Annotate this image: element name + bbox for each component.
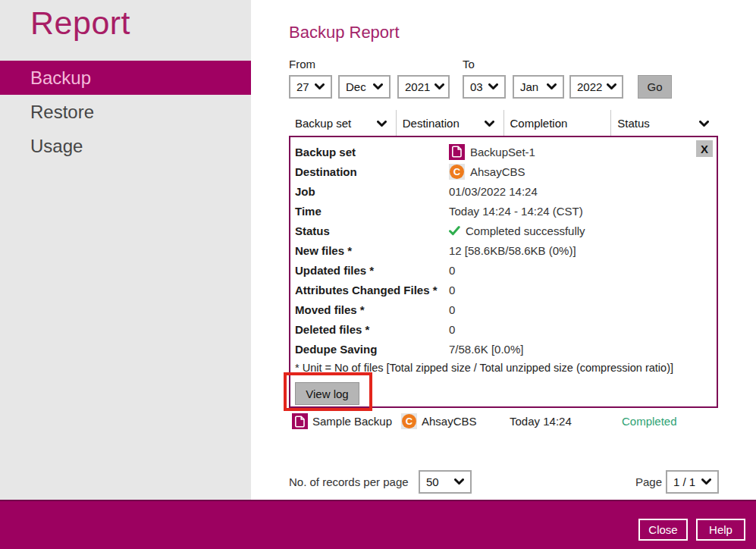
- to-year-select[interactable]: 2022: [569, 75, 623, 99]
- from-day-value: 27: [296, 80, 309, 93]
- sidebar-item-label: Backup: [30, 67, 91, 89]
- detail-row-job: Job 01/03/2022 14:24: [290, 181, 717, 201]
- job-value: 01/03/2022 14:24: [449, 185, 538, 198]
- chevron-down-icon: [699, 117, 709, 130]
- filter-completion[interactable]: Completion: [504, 110, 612, 136]
- go-button[interactable]: Go: [638, 75, 672, 99]
- filter-label: Completion: [510, 117, 568, 130]
- ahsaycbs-icon: [449, 164, 465, 180]
- sidebar-item-usage[interactable]: Usage: [0, 129, 251, 163]
- chevron-down-icon: [373, 83, 383, 90]
- dedupe-saving-value: 7/58.6K [0.0%]: [449, 343, 523, 356]
- detail-label: Dedupe Saving: [290, 343, 449, 356]
- detail-row-destination: Destination AhsayCBS: [290, 162, 717, 181]
- sidebar-title: Report: [30, 5, 251, 42]
- sidebar-item-label: Restore: [30, 102, 94, 123]
- from-month-value: Dec: [346, 80, 366, 93]
- chevron-down-icon: [434, 83, 444, 90]
- sidebar-nav: Backup Restore Usage: [0, 61, 251, 163]
- detail-row-time: Time Today 14:24 - 14:24 (CST): [290, 201, 717, 221]
- from-label: From: [289, 58, 315, 71]
- records-per-page-select[interactable]: 50: [419, 470, 472, 494]
- destination-name: AhsayCBS: [470, 165, 525, 178]
- detail-label: Updated files *: [290, 264, 449, 277]
- ahsaycbs-icon: [401, 413, 417, 429]
- from-day-select[interactable]: 27: [289, 75, 332, 99]
- sidebar-item-label: Usage: [30, 136, 83, 157]
- row-destination: AhsayCBS: [422, 415, 477, 428]
- row-time: Today 14:24: [510, 415, 572, 428]
- report-window: Report Backup Restore Usage Backup Repor…: [0, 0, 756, 549]
- chevron-down-icon: [454, 478, 464, 485]
- filter-destination[interactable]: Destination: [397, 110, 504, 136]
- sidebar-item-backup[interactable]: Backup: [0, 61, 251, 95]
- to-day-select[interactable]: 03: [463, 75, 506, 99]
- detail-row-backup-set: Backup set BackupSet-1: [290, 142, 717, 162]
- detail-value: BackupSet-1: [449, 144, 535, 160]
- backup-set-icon: [449, 144, 465, 160]
- detail-row-new-files: New files * 12 [58.6KB/58.6KB (0%)]: [290, 240, 717, 260]
- job-detail-panel: X Backup set BackupSet-1 Destination Ahs…: [289, 136, 718, 408]
- chevron-down-icon: [547, 83, 557, 90]
- chevron-down-icon: [377, 117, 387, 130]
- to-label: To: [463, 58, 475, 71]
- chevron-down-icon: [701, 478, 711, 485]
- detail-value: AhsayCBS: [449, 164, 525, 180]
- detail-label: Destination: [290, 165, 449, 178]
- detail-row-status: Status Completed successfully: [290, 221, 717, 240]
- from-year-value: 2021: [405, 80, 430, 93]
- chevron-down-icon: [607, 83, 616, 90]
- detail-row-moved-files: Moved files * 0: [290, 300, 717, 319]
- deleted-files-value: 0: [449, 323, 455, 336]
- detail-row-updated-files: Updated files * 0: [290, 260, 717, 280]
- from-year-select[interactable]: 2021: [397, 75, 450, 99]
- footer-bar: Close Help: [0, 500, 756, 549]
- close-button[interactable]: Close: [638, 519, 688, 541]
- row-status-badge: Completed: [622, 415, 677, 428]
- filter-status[interactable]: Status: [611, 110, 718, 136]
- filter-label: Status: [617, 117, 650, 130]
- sidebar: Report Backup Restore Usage: [0, 0, 251, 500]
- page-label: Page: [635, 475, 662, 488]
- row-backup-set-name: Sample Backup: [312, 415, 392, 428]
- page-select[interactable]: 1 / 1: [666, 470, 719, 494]
- backup-set-icon: [292, 413, 308, 429]
- view-log-button[interactable]: View log: [295, 382, 359, 405]
- detail-label: New files *: [290, 244, 449, 257]
- filter-backup-set[interactable]: Backup set: [289, 110, 397, 136]
- page-value: 1 / 1: [673, 475, 695, 488]
- detail-value: Completed successfully: [449, 224, 585, 237]
- filter-label: Destination: [403, 117, 460, 130]
- detail-label: Moved files *: [290, 303, 449, 316]
- from-month-select[interactable]: Dec: [338, 75, 391, 99]
- detail-label: Job: [290, 185, 449, 198]
- close-detail-button[interactable]: X: [696, 140, 713, 157]
- filter-bar: Backup set Destination Completion Status: [289, 110, 718, 136]
- records-per-page-value: 50: [426, 475, 439, 488]
- to-year-value: 2022: [577, 80, 602, 93]
- chevron-down-icon: [488, 83, 498, 90]
- attr-changed-value: 0: [449, 284, 455, 296]
- page-title: Backup Report: [289, 23, 400, 42]
- check-icon: [449, 226, 460, 236]
- new-files-value: 12 [58.6KB/58.6KB (0%)]: [449, 244, 576, 257]
- detail-rows: Backup set BackupSet-1 Destination Ahsay…: [290, 137, 717, 359]
- to-month-select[interactable]: Jan: [513, 75, 564, 99]
- detail-row-dedupe-saving: Dedupe Saving 7/58.6K [0.0%]: [290, 339, 717, 359]
- main-content: Backup Report From To 27 Dec 2021 03 Jan…: [251, 0, 756, 500]
- to-day-value: 03: [470, 80, 483, 93]
- help-button[interactable]: Help: [696, 519, 745, 541]
- detail-label: Deleted files *: [290, 323, 449, 336]
- filter-label: Backup set: [295, 117, 351, 130]
- moved-files-value: 0: [449, 303, 455, 316]
- records-per-page-label: No. of records per page: [289, 475, 409, 488]
- backup-job-row[interactable]: Sample Backup AhsayCBS Today 14:24 Compl…: [289, 413, 718, 434]
- sidebar-item-restore[interactable]: Restore: [0, 95, 251, 129]
- to-month-value: Jan: [520, 80, 538, 93]
- status-value: Completed successfully: [466, 224, 585, 237]
- chevron-down-icon: [485, 117, 494, 130]
- backup-set-name: BackupSet-1: [470, 146, 535, 158]
- chevron-down-icon: [315, 83, 325, 90]
- updated-files-value: 0: [449, 264, 455, 277]
- unit-footnote: * Unit = No of files [Total zipped size …: [290, 359, 717, 377]
